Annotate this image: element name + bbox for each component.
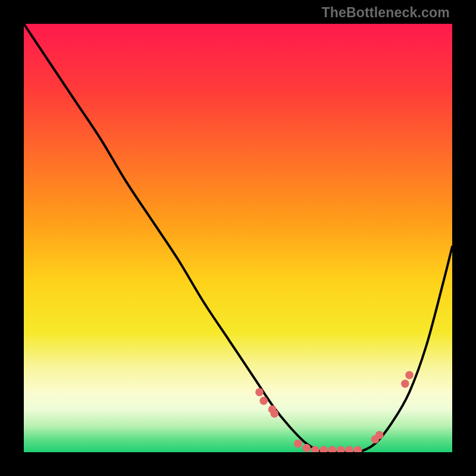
plot-area (24, 24, 452, 452)
curve-marker (302, 444, 311, 452)
curve-marker (337, 446, 345, 452)
chart-stage: TheBottleneck.com (0, 0, 476, 476)
curve-marker (401, 380, 409, 388)
curve-layer (24, 24, 452, 452)
curve-marker (259, 397, 268, 405)
curve-marker (270, 409, 278, 418)
curve-markers (255, 371, 414, 452)
curve-marker (294, 440, 302, 448)
watermark-text: TheBottleneck.com (321, 5, 450, 21)
curve-marker (345, 446, 353, 452)
curve-marker (255, 388, 264, 396)
bottleneck-curve (24, 24, 452, 452)
curve-marker (320, 446, 328, 452)
curve-marker (354, 446, 362, 452)
curve-marker (328, 446, 337, 452)
curve-marker (405, 371, 414, 380)
curve-marker (375, 431, 384, 439)
